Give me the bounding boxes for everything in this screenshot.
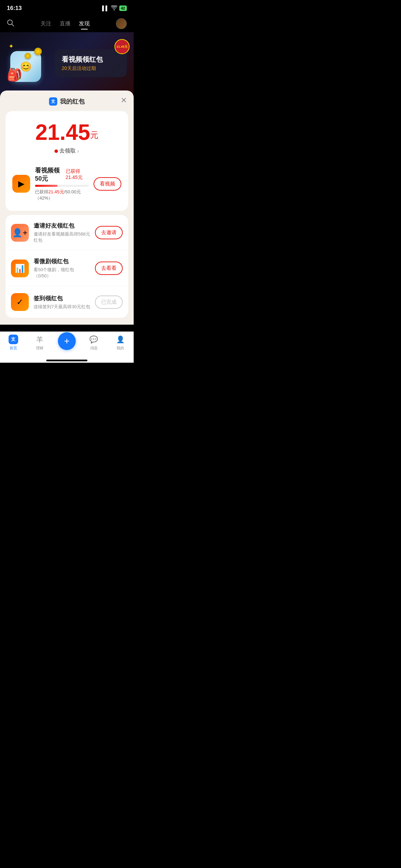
add-button[interactable]: + xyxy=(58,332,76,350)
task-earned-badge: 已获得21.45元 xyxy=(66,168,89,181)
tab-discover[interactable]: 发现 xyxy=(79,20,90,27)
amount-unit: 元 xyxy=(90,130,98,140)
plus-icon: + xyxy=(64,336,70,347)
bottom-sheet: 支 我的红包 ✕ 21.45元 去领取 › ▶ 看视频领50元 已获得21.45… xyxy=(0,91,134,325)
task-name-row: 看视频领50元 已获得21.45元 xyxy=(35,166,89,183)
task-row-checkin: ✓ 签到领红包 连续签到7天最高得30元红包 已完成 xyxy=(5,286,128,318)
checkin-task-icon: ✓ xyxy=(11,293,29,311)
sheet-title: 我的红包 xyxy=(60,97,85,106)
avatar[interactable] xyxy=(116,18,127,29)
sheet-header: 支 我的红包 ✕ xyxy=(0,91,134,111)
tab-messages[interactable]: 💬 消息 xyxy=(85,335,102,351)
task-progress-text: 已获得21.45元/50.00元（42%） xyxy=(35,189,89,201)
coin-icon-2 xyxy=(25,53,31,59)
watch-drama-button[interactable]: 去看看 xyxy=(95,262,123,275)
task-row-drama: 📊 看微剧领红包 看50个微剧，领红包（0/50） 去看看 xyxy=(5,251,128,286)
invite-task-desc: 邀请好友看视频最高得588元红包 xyxy=(34,231,90,243)
signal-icon: ▌▌ xyxy=(102,5,109,11)
messages-icon: 💬 xyxy=(89,335,99,344)
tab-messages-label: 消息 xyxy=(90,346,98,351)
collect-dot xyxy=(54,149,58,153)
tab-follow[interactable]: 关注 xyxy=(40,20,51,27)
amount-card: 21.45元 去领取 › ▶ 看视频领50元 已获得21.45元 xyxy=(5,111,128,211)
status-icons: ▌▌ 42 xyxy=(102,5,127,11)
checkin-task-name: 签到领红包 xyxy=(34,294,90,302)
checkin-task-desc: 连续签到7天最高得30元红包 xyxy=(34,304,90,310)
tab-home-label: 首页 xyxy=(10,346,17,351)
tab-live[interactable]: 直播 xyxy=(60,20,71,27)
mine-icon: 👤 xyxy=(116,335,125,344)
coin-icon-1 xyxy=(34,48,42,55)
tab-mine-label: 我的 xyxy=(117,346,124,351)
collect-row[interactable]: 去领取 › xyxy=(12,147,121,155)
battery-indicator: 42 xyxy=(119,5,127,11)
watch-video-button[interactable]: 看视频 xyxy=(94,177,121,191)
main-task-item: ▶ 看视频领50元 已获得21.45元 已获得21.45元/50.00元（42%… xyxy=(12,163,121,201)
checkin-task-info: 签到领红包 连续签到7天最高得30元红包 xyxy=(34,294,90,310)
top-nav: 关注 直播 发现 xyxy=(0,15,134,32)
tab-home[interactable]: 支 首页 xyxy=(5,335,22,351)
invite-button[interactable]: 去邀请 xyxy=(95,226,123,239)
drama-task-info: 看微剧领红包 看50个微剧，领红包（0/50） xyxy=(34,257,90,279)
collect-arrow-icon: › xyxy=(77,148,79,154)
speech-subtitle: 20天后活动过期 xyxy=(62,65,120,72)
task-name: 看视频领50元 xyxy=(35,166,63,183)
task-row-invite: 👤+ 邀请好友领红包 邀请好友看视频最高得588元红包 去邀请 xyxy=(5,215,128,251)
tab-bar: 支 首页 羊 理财 + 💬 消息 👤 我的 xyxy=(0,331,134,358)
hero-speech-bubble: 看视频领红包 20天后活动过期 xyxy=(55,49,127,77)
red-bag-icon: 🎒 xyxy=(7,68,22,82)
tab-finance-label: 理财 xyxy=(36,346,44,351)
invite-task-info: 邀请好友领红包 邀请好友看视频最高得588元红包 xyxy=(34,222,90,243)
alipay-logo: 支 xyxy=(49,97,57,106)
home-logo-icon: 支 xyxy=(9,335,18,344)
speech-title: 看视频领红包 xyxy=(62,55,120,64)
red-packet-badge: 21.45元 xyxy=(114,39,130,54)
close-button[interactable]: ✕ xyxy=(121,97,127,104)
play-icon: ▶ xyxy=(18,179,24,189)
star-icon: ✦ xyxy=(9,43,14,50)
drama-task-name: 看微剧领红包 xyxy=(34,257,90,265)
video-task-icon: ▶ xyxy=(12,175,30,193)
progress-fill xyxy=(35,185,58,187)
home-bar xyxy=(46,360,87,361)
invite-task-name: 邀请好友领红包 xyxy=(34,222,90,230)
status-time: 16:13 xyxy=(7,5,22,12)
progress-bar xyxy=(35,185,89,187)
invite-task-icon: 👤+ xyxy=(11,224,29,242)
svg-line-1 xyxy=(12,24,14,26)
finance-icon: 羊 xyxy=(35,335,45,344)
task-list: 👤+ 邀请好友领红包 邀请好友看视频最高得588元红包 去邀请 📊 看微剧领红包… xyxy=(5,215,128,318)
hero-banner: ✦ 😊 🎒 看视频领红包 20天后活动过期 21.45元 xyxy=(0,32,134,94)
amount-number: 21.45 xyxy=(35,120,90,145)
tab-finance[interactable]: 羊 理财 xyxy=(31,335,48,351)
drama-task-icon: 📊 xyxy=(11,260,29,277)
tab-mine[interactable]: 👤 我的 xyxy=(112,335,129,351)
amount-display: 21.45元 xyxy=(12,121,121,143)
home-indicator xyxy=(0,358,134,363)
main-task-info: 看视频领50元 已获得21.45元 已获得21.45元/50.00元（42%） xyxy=(35,166,89,201)
nav-tabs: 关注 直播 发现 xyxy=(40,20,90,27)
wifi-icon xyxy=(111,5,117,11)
hero-mascot: ✦ 😊 🎒 xyxy=(7,41,51,85)
collect-text: 去领取 xyxy=(59,147,76,155)
status-bar: 16:13 ▌▌ 42 xyxy=(0,0,134,15)
search-icon[interactable] xyxy=(7,19,14,28)
checkin-done-button: 已完成 xyxy=(95,296,123,309)
drama-task-desc: 看50个微剧，领红包（0/50） xyxy=(34,267,90,279)
